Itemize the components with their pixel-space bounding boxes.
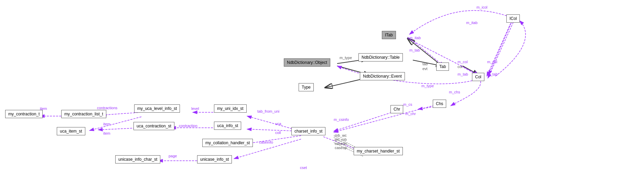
edge-label-coll: coll bbox=[275, 131, 281, 135]
edge-label-m_col-2: m_col bbox=[487, 60, 497, 64]
edge-label-item-3: item bbox=[103, 131, 110, 135]
svg-line-34 bbox=[488, 22, 513, 78]
edge-label-col: col bbox=[458, 65, 462, 69]
node-ndbdictionary-event: NdbDictionary::Event bbox=[360, 72, 405, 80]
diagram-container: my_contraction_t my_contraction_list_t m… bbox=[0, 0, 644, 192]
edge-label-m_itab-1: m_itab bbox=[409, 36, 421, 40]
edge-label-uca: uca bbox=[275, 122, 281, 126]
edge-label-m_itab-2: m_itab bbox=[466, 21, 477, 25]
node-ndbdictionary-table: NdbDictionary::Table bbox=[358, 53, 403, 61]
node-chs: Chs bbox=[433, 100, 446, 108]
node-my_uca_level_info_st: my_uca_level_info_st bbox=[134, 104, 180, 113]
edge-label-contractions: contractions bbox=[97, 106, 117, 110]
node-my_contraction_t: my_contraction_t bbox=[5, 110, 43, 118]
node-unicase_info_st: unicase_info_st bbox=[197, 155, 232, 163]
svg-line-33 bbox=[487, 21, 512, 76]
node-col: Col bbox=[472, 73, 484, 81]
edge-label-page: page bbox=[169, 154, 177, 158]
edge-label-m_csinfo: m_csinfo bbox=[334, 117, 349, 122]
node-charset_info_st: charset_info_st bbox=[291, 127, 325, 135]
edge-label-caseup: caseup bbox=[335, 146, 347, 150]
node-type: Type bbox=[299, 83, 314, 91]
svg-line-32 bbox=[489, 20, 513, 75]
node-my_uni_idx_st: my_uni_idx_st bbox=[214, 104, 247, 113]
edge-label-tab-from-uni: tab_from_uni bbox=[257, 109, 279, 113]
edge-label-m_tab-3: m_tab bbox=[487, 72, 498, 76]
edge-label-wc_mb: wc_mb bbox=[335, 137, 347, 142]
node-my_contraction_list_t: my_contraction_list_t bbox=[61, 110, 106, 118]
edge-label-tab: tab bbox=[422, 62, 428, 66]
edge-label-caseinfo: caseinfo bbox=[259, 140, 273, 144]
svg-line-18 bbox=[334, 104, 440, 132]
edge-label-mb_wc: mb_wc bbox=[335, 133, 347, 137]
edge-label-m_chr: m_chr bbox=[405, 112, 416, 116]
node-chr: Chr bbox=[390, 105, 403, 113]
svg-line-5 bbox=[102, 112, 141, 115]
edge-label-contraction: contraction bbox=[179, 124, 197, 128]
edge-label-m_tab-1: m_tab bbox=[458, 72, 468, 76]
node-uca_info_st: uca_info_st bbox=[214, 122, 241, 130]
node-my_collation_handler_st: my_collation_handler_st bbox=[202, 139, 253, 147]
node-ndbdictionary-object: NdbDictionary::Object bbox=[284, 58, 330, 67]
edge-label-item-2: item bbox=[103, 122, 110, 126]
edge-label-m_icol: m_icol bbox=[476, 5, 487, 9]
edge-label-casedn: casedn bbox=[335, 142, 347, 146]
edge-label-m_tab-2: m_tab bbox=[409, 48, 420, 52]
node-my_charset_handler_st: my_charset_handler_st bbox=[354, 147, 403, 155]
edge-label-level: level bbox=[191, 106, 199, 111]
edge-label-m_type-2: m_type bbox=[421, 84, 434, 88]
node-icol: ICol bbox=[506, 14, 520, 23]
svg-line-12 bbox=[247, 136, 301, 144]
edge-label-m_chs: m_chs bbox=[449, 90, 460, 94]
node-itab: ITab bbox=[382, 31, 396, 39]
node-uca_contraction_st: uca_contraction_st bbox=[133, 122, 174, 130]
node-unicase_info_char_st: unicase_info_char_st bbox=[115, 155, 160, 163]
node-tab: Tab bbox=[436, 63, 449, 71]
diagram-svg bbox=[0, 0, 644, 192]
edge-label-m_col-1: m_col bbox=[458, 60, 468, 64]
edge-label-item-1: item bbox=[40, 106, 47, 111]
edge-label-m_type-1: m_type bbox=[340, 56, 352, 60]
edge-label-cset: cset bbox=[300, 166, 307, 170]
edge-label-evt: evt bbox=[422, 67, 428, 71]
edge-label-m_cs: m_cs bbox=[403, 102, 412, 106]
node-uca_item_st: uca_item_st bbox=[57, 127, 85, 135]
